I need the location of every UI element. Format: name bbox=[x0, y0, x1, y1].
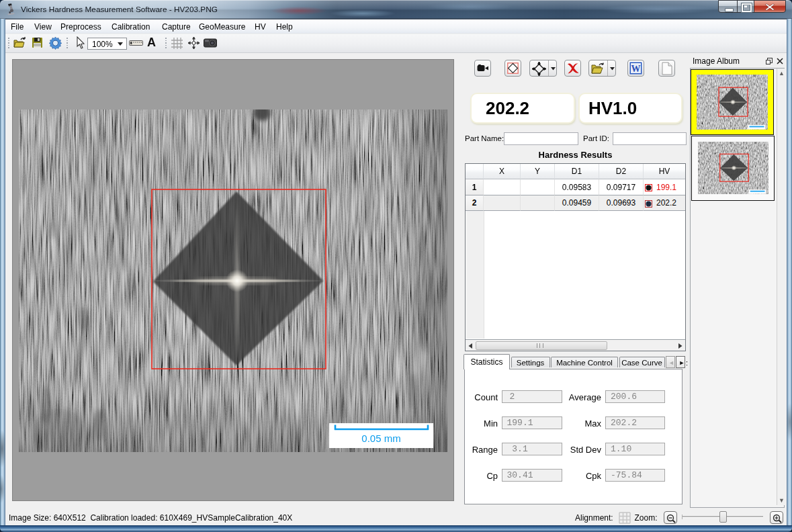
svg-text:W: W bbox=[631, 64, 641, 74]
